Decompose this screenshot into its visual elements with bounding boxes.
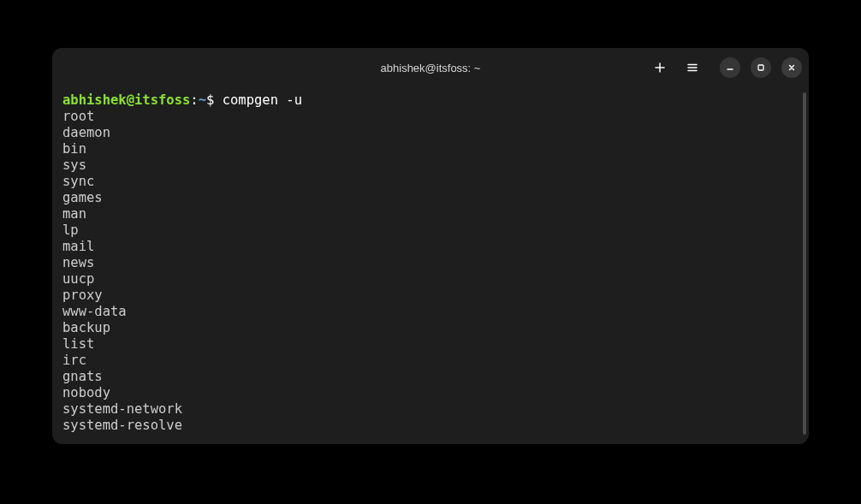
output-container: rootdaemonbinsyssyncgamesmanlpmailnewsuu… [62, 109, 799, 434]
maximize-icon [757, 63, 765, 72]
maximize-button[interactable] [751, 57, 771, 78]
close-icon [787, 63, 796, 72]
new-tab-button[interactable] [650, 57, 670, 78]
output-line: www-data [62, 304, 799, 320]
output-line: list [62, 336, 799, 353]
output-line: root [62, 109, 799, 125]
prompt-colon: : [190, 92, 198, 108]
output-line: news [62, 255, 799, 271]
minimize-button[interactable] [720, 57, 740, 78]
output-line: backup [62, 320, 799, 336]
output-line: daemon [62, 125, 799, 141]
output-line: systemd-resolve [62, 418, 799, 434]
hamburger-icon [686, 62, 698, 74]
scrollbar[interactable] [803, 92, 806, 435]
minimize-icon [726, 63, 734, 72]
output-line: man [62, 206, 799, 222]
titlebar: abhishek@itsfoss: ~ [52, 48, 809, 87]
menu-button[interactable] [682, 57, 703, 78]
prompt-symbol: $ [206, 92, 223, 108]
command-text: compgen -u [223, 92, 302, 108]
output-line: lp [62, 222, 799, 239]
plus-icon [654, 62, 666, 74]
output-line: proxy [62, 288, 799, 304]
output-line: mail [62, 239, 799, 255]
output-line: sync [62, 174, 799, 190]
output-line: sys [62, 157, 799, 174]
close-button[interactable] [781, 57, 802, 78]
window-title: abhishek@itsfoss: ~ [381, 62, 481, 74]
output-line: gnats [62, 369, 799, 385]
terminal-window: abhishek@itsfoss: ~ [52, 48, 809, 444]
prompt-line: abhishek@itsfoss:~$ compgen -u [62, 92, 799, 109]
output-line: nobody [62, 385, 799, 401]
titlebar-controls [650, 57, 802, 78]
prompt-path: ~ [199, 92, 206, 108]
terminal-body[interactable]: abhishek@itsfoss:~$ compgen -u rootdaemo… [52, 87, 809, 444]
output-line: games [62, 190, 799, 206]
window-controls [720, 57, 802, 78]
output-line: systemd-network [62, 401, 799, 418]
svg-rect-0 [758, 65, 763, 70]
output-line: bin [62, 141, 799, 157]
output-line: uucp [62, 271, 799, 288]
output-line: irc [62, 353, 799, 369]
prompt-user-host: abhishek@itsfoss [62, 92, 190, 108]
